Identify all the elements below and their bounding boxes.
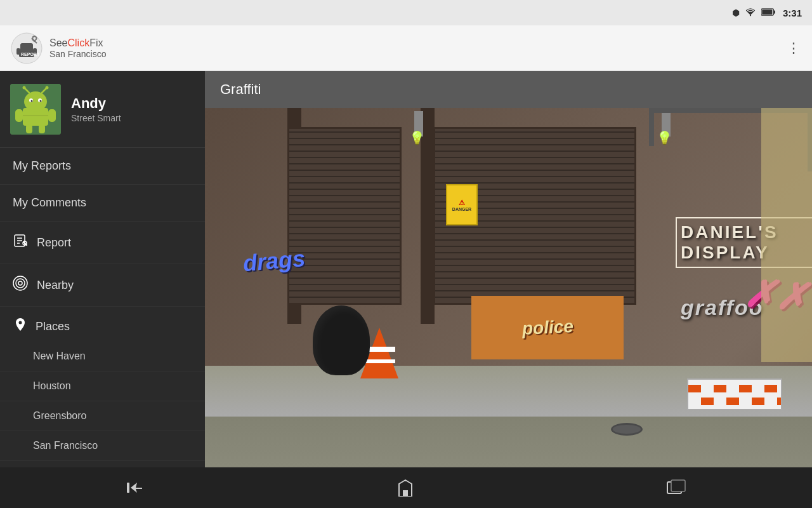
sidebar-item-places[interactable]: Places: [0, 307, 205, 342]
home-button[interactable]: [381, 474, 430, 502]
svg-rect-21: [15, 109, 23, 122]
sidebar-item-my-comments[interactable]: My Comments: [0, 185, 205, 222]
light-fixture-left: [414, 111, 423, 137]
trash-bag: [313, 305, 370, 375]
user-name: Andy: [71, 95, 121, 112]
sidebar-item-report[interactable]: Report: [0, 222, 205, 264]
nearby-icon: [13, 276, 28, 295]
bottom-nav: [0, 467, 812, 508]
svg-rect-6: [20, 43, 33, 52]
building-right: [761, 108, 812, 362]
home-icon: [396, 479, 415, 497]
sidebar-my-reports-label: My Reports: [13, 159, 71, 173]
battery-icon: [761, 8, 775, 18]
svg-point-16: [40, 100, 42, 102]
user-badge: Street Smart: [71, 113, 121, 123]
svg-rect-2: [773, 10, 775, 13]
sidebar-place-greensboro[interactable]: Greensboro: [0, 401, 205, 431]
svg-rect-3: [762, 10, 772, 15]
user-info: Andy Street Smart: [71, 95, 121, 123]
sidebar-report-label: Report: [37, 236, 71, 250]
user-profile: Andy Street Smart: [0, 71, 205, 148]
back-icon: [126, 480, 145, 495]
main-area: Andy Street Smart My Reports My Comments: [0, 71, 812, 467]
warning-sign: ⚠ DANGER: [446, 184, 478, 225]
sidebar-place-new-haven[interactable]: New Haven: [0, 342, 205, 371]
app-bar: REPORT SeeClickFix San Francisco ⋮: [0, 25, 812, 71]
sidebar-item-nearby[interactable]: Nearby: [0, 264, 205, 307]
svg-point-32: [16, 279, 25, 288]
svg-point-0: [750, 15, 751, 16]
svg-point-15: [31, 100, 33, 102]
garage-door-left: [287, 127, 402, 305]
status-time: 3:31: [783, 8, 802, 18]
logo-icon: REPORT: [10, 32, 43, 65]
sidebar-place-san-francisco[interactable]: San Francisco: [0, 431, 205, 461]
svg-point-12: [24, 91, 47, 112]
wifi-icon: [745, 8, 756, 18]
bluetooth-icon: ⬢: [732, 8, 740, 18]
svg-rect-24: [39, 124, 45, 133]
pipe-right: [649, 108, 654, 146]
recent-button[interactable]: [651, 474, 702, 501]
avatar-image: [10, 84, 61, 135]
svg-point-34: [19, 321, 22, 324]
svg-rect-23: [26, 124, 32, 133]
report-icon: [13, 233, 28, 252]
recent-icon: [666, 479, 686, 496]
svg-rect-36: [403, 490, 408, 497]
content-title: Graffiti: [220, 81, 261, 98]
avatar: [10, 84, 61, 135]
graffiti-blue: drags: [242, 245, 306, 277]
content-header: Graffiti: [205, 71, 812, 108]
light-fixture-right: [662, 111, 671, 137]
svg-point-18: [23, 86, 26, 90]
svg-point-31: [18, 281, 22, 285]
sidebar: Andy Street Smart My Reports My Comments: [0, 71, 205, 467]
sidebar-my-comments-label: My Comments: [13, 196, 86, 210]
content-image: drags ⚠ DANGER DANIEL'S DISPLAY graffoo …: [205, 108, 812, 467]
svg-rect-7: [16, 48, 20, 55]
sidebar-nearby-label: Nearby: [37, 279, 74, 292]
svg-point-20: [46, 86, 49, 90]
graffiti-orange-text: police: [521, 316, 573, 339]
overflow-menu-button[interactable]: ⋮: [787, 40, 802, 57]
graffiti-orange-box: police: [471, 296, 624, 359]
road-barricade: [687, 378, 782, 410]
sidebar-item-my-reports[interactable]: My Reports: [0, 148, 205, 185]
sidebar-places-label: Places: [36, 320, 70, 333]
sidebar-place-albany[interactable]: Albany: [0, 461, 205, 467]
logo-brand: SeeClickFix: [49, 37, 106, 49]
logo-text: SeeClickFix San Francisco: [49, 37, 106, 59]
svg-rect-38: [671, 480, 685, 491]
sidebar-place-houston[interactable]: Houston: [0, 371, 205, 401]
manhole-cover: [611, 423, 643, 436]
content-area: Graffiti dra: [205, 71, 812, 467]
places-icon: [13, 317, 28, 337]
svg-rect-35: [127, 483, 129, 493]
graffiti-scene: drags ⚠ DANGER DANIEL'S DISPLAY graffoo …: [205, 108, 812, 467]
app-city: San Francisco: [49, 49, 106, 59]
svg-rect-22: [48, 109, 56, 122]
status-bar: ⬢ 3:31: [0, 0, 812, 25]
back-button[interactable]: [110, 475, 160, 500]
svg-text:REPORT: REPORT: [21, 52, 40, 57]
app-logo[interactable]: REPORT SeeClickFix San Francisco: [10, 32, 106, 65]
